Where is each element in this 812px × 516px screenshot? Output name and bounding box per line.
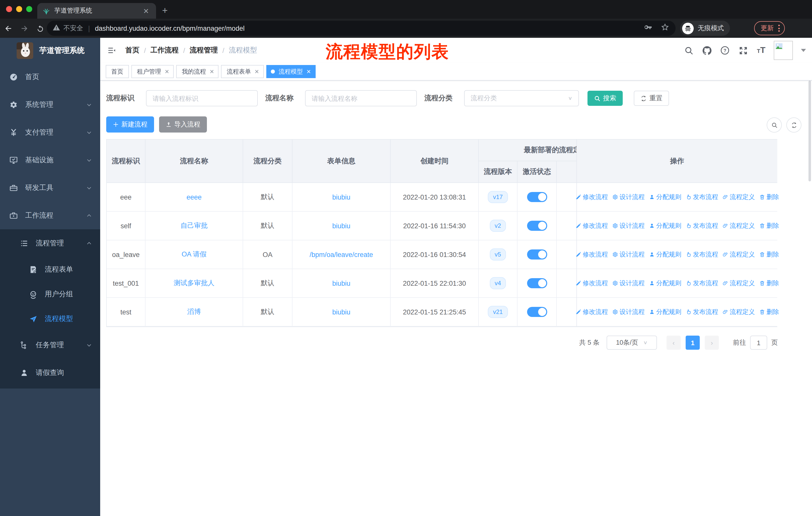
sidebar-item-3[interactable]: 支付管理 [0, 118, 100, 146]
header-search-icon[interactable] [683, 45, 694, 56]
sidebar-item-5[interactable]: 研发工具 [0, 174, 100, 201]
browser-update-menu[interactable]: 更新 [754, 21, 785, 35]
breadcrumb-item[interactable]: 首页 [125, 46, 140, 55]
sidebar-item-9[interactable]: 用户分组 [0, 282, 100, 306]
back-icon[interactable] [0, 24, 16, 33]
process-id-input[interactable] [146, 90, 258, 106]
active-switch[interactable] [527, 192, 547, 202]
sidebar-item-6[interactable]: 工作流程 [0, 201, 100, 229]
breadcrumb-item[interactable]: 工作流程 [150, 46, 179, 55]
process-name-link[interactable]: 自己审批 [180, 221, 208, 230]
sidebar-item-10[interactable]: 流程模型 [0, 306, 100, 331]
design-process-link[interactable]: 设计流程 [612, 250, 645, 259]
refresh-table-icon[interactable] [786, 117, 802, 133]
close-icon[interactable]: ✕ [306, 69, 311, 74]
process-name-input[interactable] [305, 90, 417, 106]
edit-process-link[interactable]: 修改流程 [575, 250, 608, 259]
goto-page-input[interactable] [750, 335, 767, 350]
sidebar-item-8[interactable]: 流程表单 [0, 257, 100, 282]
edit-process-link[interactable]: 修改流程 [575, 308, 608, 316]
new-tab-button[interactable]: + [162, 4, 168, 17]
sidebar-item-4[interactable]: 基础设施 [0, 146, 100, 174]
design-process-link[interactable]: 设计流程 [612, 193, 645, 201]
delete-link[interactable]: 删除 [759, 279, 779, 288]
assign-rule-link[interactable]: 分配规则 [649, 250, 682, 259]
form-info-link[interactable]: biubiu [332, 308, 350, 316]
active-switch[interactable] [527, 221, 547, 231]
delete-link[interactable]: 删除 [759, 308, 779, 316]
import-process-button[interactable]: 导入流程 [159, 116, 207, 133]
prev-page-button[interactable]: ‹ [667, 335, 680, 350]
browser-tab[interactable]: 芋道管理系统 ✕ [37, 3, 156, 19]
deploy-process-link[interactable]: 发布流程 [686, 308, 718, 316]
form-info-link[interactable]: /bpm/oa/leave/create [310, 251, 373, 258]
font-size-icon[interactable]: TT [756, 45, 767, 56]
page-scrollbar[interactable] [809, 81, 811, 182]
process-name-link[interactable]: eeee [186, 193, 202, 201]
edit-process-link[interactable]: 修改流程 [575, 279, 608, 288]
sidebar-item-11[interactable]: 任务管理 [0, 331, 100, 359]
breadcrumb-item[interactable]: 流程管理 [190, 46, 218, 55]
delete-link[interactable]: 删除 [759, 221, 779, 230]
deploy-process-link[interactable]: 发布流程 [686, 221, 718, 230]
help-icon[interactable]: ? [719, 45, 730, 56]
sidebar-item-1[interactable]: 首页 [0, 63, 100, 91]
design-process-link[interactable]: 设计流程 [612, 279, 645, 288]
deploy-process-link[interactable]: 发布流程 [686, 193, 718, 201]
close-icon[interactable]: ✕ [209, 69, 214, 74]
delete-link[interactable]: 删除 [759, 250, 779, 259]
key-icon[interactable] [643, 23, 652, 34]
edit-process-link[interactable]: 修改流程 [575, 221, 608, 230]
bookmark-star-icon[interactable] [661, 23, 670, 34]
form-info-link[interactable]: biubiu [332, 193, 350, 201]
window-controls[interactable] [6, 6, 32, 12]
delete-link[interactable]: 删除 [759, 193, 779, 201]
assign-rule-link[interactable]: 分配规则 [649, 279, 682, 288]
deploy-process-link[interactable]: 发布流程 [686, 250, 718, 259]
forward-icon[interactable] [16, 24, 32, 33]
tag-active[interactable]: 流程模型✕ [266, 65, 315, 78]
tab-close-icon[interactable]: ✕ [141, 6, 151, 16]
app-logo-row[interactable]: 芋道管理系统 [0, 38, 100, 63]
current-page-button[interactable]: 1 [686, 335, 700, 350]
page-size-select[interactable]: 10条/页 ∨ [607, 335, 657, 350]
process-definition-link[interactable]: 流程定义 [722, 279, 755, 288]
process-definition-link[interactable]: 流程定义 [722, 193, 755, 201]
kebab-menu-icon[interactable] [778, 25, 780, 32]
process-definition-link[interactable]: 流程定义 [722, 308, 755, 316]
close-window-button[interactable] [6, 6, 12, 12]
tag-item[interactable]: 租户管理✕ [132, 65, 174, 78]
process-name-link[interactable]: 测试多审批人 [174, 279, 214, 288]
process-definition-link[interactable]: 流程定义 [722, 221, 755, 230]
zoom-window-button[interactable] [26, 6, 32, 12]
tag-item[interactable]: 流程表单✕ [221, 65, 264, 78]
sidebar-item-2[interactable]: 系统管理 [0, 91, 100, 118]
create-process-button[interactable]: 新建流程 [106, 116, 154, 133]
reload-icon[interactable] [32, 24, 48, 33]
active-switch[interactable] [527, 307, 547, 317]
close-icon[interactable]: ✕ [165, 69, 169, 74]
assign-rule-link[interactable]: 分配规则 [649, 193, 682, 201]
reset-button[interactable]: 重置 [634, 91, 669, 106]
close-icon[interactable]: ✕ [255, 69, 259, 74]
form-info-link[interactable]: biubiu [332, 222, 350, 229]
design-process-link[interactable]: 设计流程 [612, 221, 645, 230]
sidebar-item-7[interactable]: 流程管理 [0, 229, 100, 257]
fullscreen-icon[interactable] [737, 45, 749, 56]
process-definition-link[interactable]: 流程定义 [722, 250, 755, 259]
process-name-link[interactable]: 滔博 [187, 307, 201, 317]
tag-item[interactable]: 我的流程✕ [176, 65, 219, 78]
process-name-link[interactable]: OA 请假 [181, 250, 206, 259]
next-page-button[interactable]: › [705, 335, 719, 350]
search-button[interactable]: 搜索 [587, 91, 623, 106]
avatar-dropdown-caret[interactable] [801, 49, 806, 52]
minimize-window-button[interactable] [16, 6, 22, 12]
assign-rule-link[interactable]: 分配规则 [649, 308, 682, 316]
github-icon[interactable] [701, 45, 712, 56]
sidebar-item-12[interactable]: 请假查询 [0, 359, 100, 386]
tag-item[interactable]: 首页 [106, 65, 129, 78]
active-switch[interactable] [527, 278, 547, 288]
process-category-select[interactable]: 流程分类 ∨ [464, 90, 579, 106]
form-info-link[interactable]: biubiu [332, 279, 350, 287]
show-search-toggle-icon[interactable] [767, 117, 782, 133]
